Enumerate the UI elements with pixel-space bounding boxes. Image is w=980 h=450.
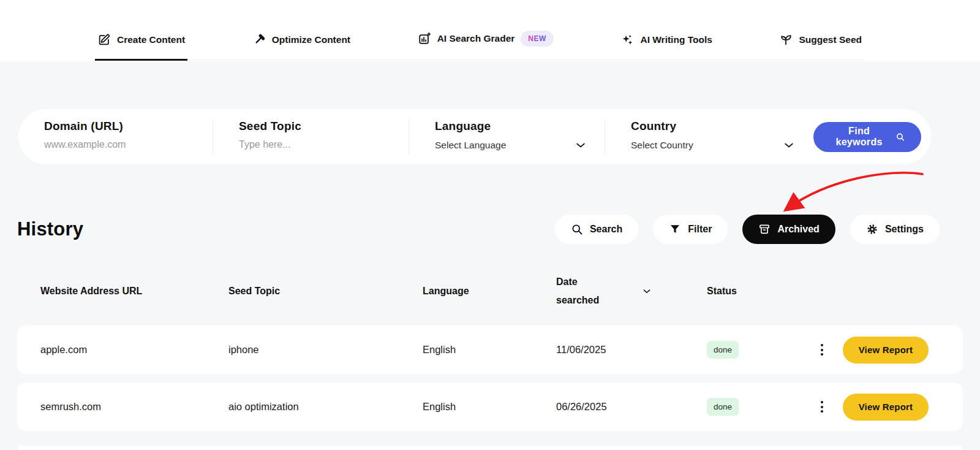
row-language: English [423, 401, 556, 413]
find-keywords-button[interactable]: Find keywords [813, 122, 921, 152]
archived-button-label: Archived [777, 224, 819, 235]
chevron-down-icon [575, 139, 587, 151]
keyword-search-form: Domain (URL) www.example.com Seed Topic … [18, 109, 931, 164]
row-url: apple.com [40, 344, 228, 356]
view-report-button[interactable]: View Report [843, 394, 929, 421]
filter-button-label: Filter [688, 224, 712, 235]
country-label: Country [631, 120, 795, 133]
new-badge: NEW [521, 31, 554, 47]
history-table-header: Website Address URL Seed Topic Language … [17, 271, 963, 311]
col-language: Language [423, 282, 556, 300]
tab-ai-search-grader[interactable]: AI Search Grader NEW [415, 31, 556, 61]
kebab-menu-icon[interactable] [817, 397, 827, 416]
col-website-address-url: Website Address URL [40, 282, 145, 300]
tab-suggest-seed[interactable]: Suggest Seed [777, 33, 864, 61]
tab-create-content[interactable]: Create Content [95, 33, 187, 61]
col-date-searched[interactable]: Date searched [556, 273, 707, 309]
country-select-value: Select Country [631, 140, 693, 151]
find-keywords-label: Find keywords [829, 126, 889, 148]
top-tab-band: Create Content Optimize Content AI Searc… [0, 0, 980, 61]
tab-optimize-content[interactable]: Optimize Content [250, 33, 353, 61]
seed-topic-field[interactable]: Seed Topic Type here... [213, 109, 409, 164]
country-field[interactable]: Country Select Country [605, 109, 813, 164]
row-language: English [423, 344, 556, 356]
col-date-searched-label: Date searched [556, 273, 614, 309]
row-status: done [707, 398, 805, 416]
table-row-apple: apple.com iphone English 11/06/2025 done… [17, 326, 963, 374]
sparkles-icon [620, 33, 634, 47]
row-actions: View Report [805, 394, 929, 421]
seedling-icon [779, 33, 793, 47]
table-row-semrush: semrush.com aio optimization English 06/… [17, 383, 963, 431]
row-date: 06/26/2025 [556, 401, 707, 413]
seed-topic-input[interactable]: Type here... [239, 139, 391, 150]
col-status: Status [707, 282, 805, 300]
row-seed-topic: iphone [228, 344, 423, 356]
search-button[interactable]: Search [555, 215, 638, 244]
search-icon [571, 223, 583, 235]
domain-field[interactable]: Domain (URL) www.example.com [18, 109, 213, 164]
domain-label: Domain (URL) [44, 120, 195, 133]
table-row-partial [17, 446, 963, 450]
row-date: 11/06/2025 [556, 344, 707, 356]
keyword-tool-page: Create Content Optimize Content AI Searc… [0, 0, 980, 450]
history-actions: Search Filter Archived Settings [555, 215, 940, 244]
main-tabs: Create Content Optimize Content AI Searc… [95, 31, 864, 60]
domain-input[interactable]: www.example.com [44, 139, 195, 150]
row-status: done [707, 341, 805, 359]
tab-ai-writing-tools[interactable]: AI Writing Tools [618, 33, 714, 61]
chevron-down-icon[interactable] [641, 286, 652, 297]
tab-label: Suggest Seed [799, 34, 862, 45]
settings-button[interactable]: Settings [850, 215, 940, 244]
archived-button[interactable]: Archived [742, 215, 835, 244]
gear-icon [866, 223, 878, 235]
chevron-down-icon [783, 139, 795, 151]
row-actions: View Report [805, 337, 929, 364]
tab-label: Optimize Content [272, 34, 350, 45]
col-seed-topic: Seed Topic [228, 282, 423, 300]
history-title: History [17, 218, 83, 240]
settings-button-label: Settings [885, 224, 924, 235]
language-select-value: Select Language [435, 140, 506, 151]
language-field[interactable]: Language Select Language [409, 109, 605, 164]
row-url: semrush.com [40, 401, 228, 413]
filter-icon [669, 223, 681, 235]
view-report-button[interactable]: View Report [843, 337, 929, 364]
hammer-icon [252, 33, 266, 47]
archive-icon [758, 223, 771, 235]
edit-icon [97, 33, 111, 47]
row-seed-topic: aio optimization [228, 401, 423, 413]
search-icon [895, 131, 905, 143]
tab-label: AI Search Grader [437, 33, 515, 44]
language-select[interactable]: Select Language [435, 139, 587, 151]
country-select[interactable]: Select Country [631, 139, 795, 151]
filter-button[interactable]: Filter [653, 215, 728, 244]
tab-label: Create Content [117, 34, 185, 45]
status-badge: done [707, 341, 739, 359]
status-badge: done [707, 398, 739, 416]
red-annotation-arrow [760, 167, 929, 219]
search-button-label: Search [590, 224, 622, 235]
kebab-menu-icon[interactable] [817, 340, 827, 359]
tab-label: AI Writing Tools [640, 34, 712, 45]
language-label: Language [435, 120, 587, 133]
bar-chart-plus-icon [418, 32, 431, 45]
seed-topic-label: Seed Topic [239, 120, 391, 133]
